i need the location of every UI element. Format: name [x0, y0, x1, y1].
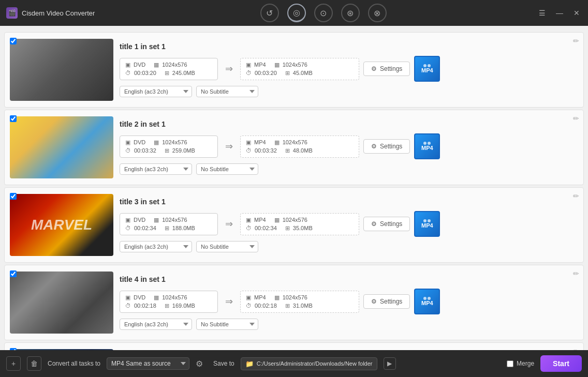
item-title-3: title 3 in set 1 [120, 198, 578, 206]
dest-format-icon-2: ▣ [246, 139, 251, 146]
video-nav-icon[interactable]: ⊙ [314, 4, 333, 22]
start-button[interactable]: Start [540, 355, 582, 372]
main-content: title 1 in set 1 ▣ DVD ▦ 1024x576 ⏱ 00:0… [0, 26, 588, 350]
resolution-icon-3: ▦ [154, 217, 159, 223]
dest-res-icon-1: ▦ [274, 62, 280, 68]
video-item-5: title 5 in set 1 ▣ DVD ▦ 1024x576 ⏱ 00:0… [4, 342, 584, 350]
clock-icon-3: ⏱ [125, 225, 131, 231]
source-format-row-1: ▣ DVD ▦ 1024x576 [125, 62, 212, 68]
arrow-icon-2: ⇒ [222, 141, 236, 152]
add-button[interactable]: + [6, 356, 21, 371]
settings-button-4[interactable]: ⚙ Settings [363, 294, 410, 309]
settings-button-1[interactable]: ⚙ Settings [363, 62, 410, 76]
thumbnail-4 [10, 272, 113, 334]
bluray-nav-icon[interactable]: ⊛ [341, 4, 360, 22]
audio-select-4[interactable]: English (ac3 2ch) All Audio Tracks [120, 319, 192, 330]
mp4-icon-4: MP4 [414, 289, 440, 314]
bottom-bar: + 🗑 Convert all tasks to MP4 Same as sou… [0, 350, 588, 377]
dvd-icon-3: ▣ [125, 217, 130, 223]
audio-select-1[interactable]: English (ac3 2ch) All Audio Tracks [120, 86, 192, 97]
item-checkbox-2[interactable] [10, 115, 17, 122]
dest-size-icon-4: ⊞ [285, 303, 290, 309]
item-info-4: title 4 in set 1 ▣ DVD ▦ 1024x576 ⏱ 00:0… [120, 275, 578, 330]
format-select[interactable]: MP4 Same as source MP4 MKV AVI [107, 357, 189, 370]
source-format-1: DVD [134, 62, 145, 68]
edit-icon-5[interactable]: ✏ [573, 347, 579, 350]
source-format-2: DVD [134, 139, 145, 145]
dest-size-icon-1: ⊞ [285, 70, 290, 77]
settings-nav-icon[interactable]: ⊗ [368, 4, 387, 22]
hamburger-button[interactable]: ☰ [537, 7, 548, 19]
mp4-icon-3: MP4 [414, 211, 440, 237]
dest-format-icon-1: ▣ [246, 62, 251, 68]
audio-select-2[interactable]: English (ac3 2ch) All Audio Tracks [120, 163, 192, 175]
source-duration-3: 00:02:34 [134, 225, 156, 231]
audio-select-3[interactable]: English (ac3 2ch) All Audio Tracks [120, 241, 192, 252]
dest-format-row-3: ▣ MP4 ▦ 1024x576 [246, 217, 354, 223]
subtitle-select-2[interactable]: No Subtitle All Subtitles [196, 163, 258, 175]
resolution-icon-1: ▦ [154, 62, 159, 68]
source-box-1: ▣ DVD ▦ 1024x576 ⏱ 00:03:20 ⊞ 245.0MB [120, 58, 218, 80]
close-button[interactable]: ✕ [571, 7, 582, 19]
dest-box-1: ▣ MP4 ▦ 1024x576 ⏱ 00:03:20 ⊞ 45.0MB [240, 58, 359, 80]
select-row-2: English (ac3 2ch) All Audio Tracks No Su… [120, 163, 578, 175]
save-path-display: 📁 C:/Users/Administrator/Downloads/New f… [241, 357, 377, 370]
source-details-row-2: ⏱ 00:03:32 ⊞ 259.0MB [125, 147, 212, 154]
edit-icon-4[interactable]: ✏ [573, 269, 579, 278]
item-checkbox-1[interactable] [10, 38, 17, 44]
subtitle-select-4[interactable]: No Subtitle All Subtitles [196, 319, 258, 330]
minimize-button[interactable]: — [554, 7, 565, 19]
video-item-4: title 4 in set 1 ▣ DVD ▦ 1024x576 ⏱ 00:0… [4, 265, 584, 340]
circle-icon: ⊗ [374, 8, 380, 18]
dest-format-2: MP4 [254, 139, 266, 145]
dest-duration-1: 00:03:20 [255, 70, 277, 76]
title-bar: 🎬 Cisdem Video Converter ↺ ◎ ⊙ ⊛ ⊗ ☰ — ✕ [0, 0, 588, 26]
dvd-nav-icon[interactable]: ◎ [287, 4, 306, 22]
source-format-row-2: ▣ DVD ▦ 1024x576 [125, 139, 212, 146]
source-size-3: 188.0MB [172, 225, 195, 231]
size-icon-1: ⊞ [165, 70, 169, 77]
subtitle-select-1[interactable]: No Subtitle All Subtitles [196, 86, 258, 97]
dest-size-2: 48.0MB [293, 147, 313, 154]
video-item-1: title 1 in set 1 ▣ DVD ▦ 1024x576 ⏱ 00:0… [4, 32, 584, 108]
dest-box-3: ▣ MP4 ▦ 1024x576 ⏱ 00:02:34 ⊞ 35.0MB [240, 213, 359, 235]
subtitle-select-3[interactable]: No Subtitle All Subtitles [196, 241, 258, 252]
dest-res-icon-4: ▦ [274, 294, 280, 301]
edit-icon-2[interactable]: ✏ [573, 114, 579, 123]
merge-checkbox[interactable] [507, 360, 513, 367]
item-conversion-row-3: ▣ DVD ▦ 1024x576 ⏱ 00:02:34 ⊞ 188.0MB ⇒ [120, 211, 578, 237]
clock-icon-4: ⏱ [125, 303, 131, 309]
convert-nav-icon[interactable]: ↺ [260, 4, 279, 22]
item-checkbox-3[interactable] [10, 193, 17, 200]
open-folder-button[interactable]: ▶ [384, 357, 396, 370]
app-title: Cisdem Video Converter [22, 9, 95, 17]
item-checkbox-5[interactable] [10, 348, 17, 350]
dest-clock-icon-1: ⏱ [246, 70, 252, 76]
clock-icon-2: ⏱ [125, 147, 131, 154]
gear-icon-3: ⚙ [371, 220, 377, 228]
thumbnail-1 [10, 39, 113, 101]
dest-format-icon-4: ▣ [246, 294, 251, 301]
size-icon-3: ⊞ [165, 225, 169, 232]
dest-size-icon-3: ⊞ [285, 225, 290, 232]
film-icon: ⊛ [347, 8, 354, 18]
format-settings-icon[interactable]: ⚙ [196, 359, 203, 369]
item-info-3: title 3 in set 1 ▣ DVD ▦ 1024x576 ⏱ 00:0… [120, 198, 578, 252]
mp4-label-1: MP4 [421, 67, 433, 73]
settings-button-2[interactable]: ⚙ Settings [363, 139, 410, 154]
dest-format-1: MP4 [254, 62, 266, 68]
select-row-3: English (ac3 2ch) All Audio Tracks No Su… [120, 241, 578, 252]
settings-button-3[interactable]: ⚙ Settings [363, 217, 410, 231]
source-box-4: ▣ DVD ▦ 1024x576 ⏱ 00:02:18 ⊞ 169.0MB [120, 291, 218, 313]
size-icon-4: ⊞ [165, 303, 169, 309]
delete-button[interactable]: 🗑 [27, 356, 41, 371]
source-box-3: ▣ DVD ▦ 1024x576 ⏱ 00:02:34 ⊞ 188.0MB [120, 213, 218, 235]
edit-icon-1[interactable]: ✏ [573, 37, 579, 45]
item-checkbox-4[interactable] [10, 270, 17, 277]
merge-label[interactable]: Merge [507, 360, 534, 367]
video-item-3: MARVEL title 3 in set 1 ▣ DVD ▦ 1024x576… [4, 187, 584, 263]
edit-icon-3[interactable]: ✏ [573, 192, 579, 200]
arrow-icon-1: ⇒ [222, 63, 236, 74]
source-format-3: DVD [134, 217, 145, 223]
dest-clock-icon-4: ⏱ [246, 303, 252, 309]
